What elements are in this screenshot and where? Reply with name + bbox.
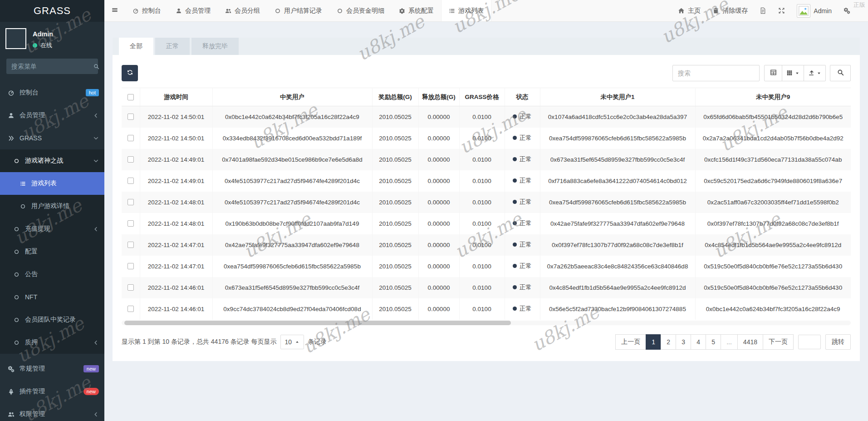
nav-action-主页[interactable]: 主页 (672, 7, 706, 15)
cell-game-time: 2022-11-02 14:47:01 (140, 256, 212, 277)
column-header-GRASS价格[interactable]: GRASS价格 (459, 88, 505, 106)
sidebar-toggle-button[interactable] (104, 0, 125, 21)
sidebar-item-游戏列表[interactable]: 游戏列表 (0, 172, 104, 195)
cell-status: 正常 (505, 192, 540, 213)
genuine-watermark-label: 正版 (853, 1, 865, 9)
page-button-1[interactable]: 1 (646, 334, 661, 350)
column-header-中奖用户[interactable]: 中奖用户 (212, 88, 372, 106)
nav-item-游戏列表[interactable]: 游戏列表 (441, 0, 491, 21)
nav-action-清除缓存[interactable]: 清除缓存 (706, 7, 754, 15)
table-row: 2022-11-02 14:47:010x42ae75fafe9f327775a… (122, 234, 851, 256)
cell-reward-total: 2010.05025 (372, 298, 418, 320)
nav-item-会员资金明细[interactable]: 会员资金明细 (329, 0, 392, 21)
sidebar-item-会员管理[interactable]: 会员管理 (0, 104, 104, 127)
sidebar-item-用户游戏详情[interactable]: 用户游戏详情 (0, 195, 104, 218)
tab-正常[interactable]: 正常 (155, 38, 190, 55)
page-button-下一页[interactable]: 下一页 (763, 334, 794, 350)
game-records-table: 游戏时间中奖用户奖励总额(G)释放总额(G)GRASS价格状态未中奖用户1未中奖… (122, 88, 851, 320)
user-menu[interactable]: Admin (791, 4, 838, 18)
horizontal-scrollbar-thumb[interactable] (124, 321, 511, 325)
column-header-释放总额(G)[interactable]: 释放总额(G) (418, 88, 459, 106)
sidebar-item-GRASS[interactable]: GRASS (0, 127, 104, 149)
row-checkbox[interactable] (128, 114, 134, 120)
status-dot (513, 157, 517, 161)
new-badge: new (83, 388, 99, 395)
sidebar-item-公告[interactable]: 公告 (0, 263, 104, 286)
sidebar-menu: 控制台hot会员管理GRASS游戏诸神之战游戏列表用户游戏详情充值提现配置公告N… (0, 81, 104, 421)
status-dot (513, 114, 517, 119)
sidebar-search-input[interactable] (11, 63, 93, 70)
nav-item-会员管理[interactable]: 会员管理 (168, 0, 218, 21)
nav-item-控制台[interactable]: 控制台 (125, 0, 168, 21)
sidebar-item-NFT[interactable]: NFT (0, 286, 104, 308)
row-checkbox[interactable] (128, 135, 134, 141)
sidebar-item-label: 会员管理 (20, 111, 45, 119)
language-doc-icon[interactable] (754, 7, 772, 14)
row-checkbox[interactable] (128, 284, 134, 291)
refresh-button[interactable] (122, 65, 138, 81)
cell-status: 正常 (505, 106, 540, 128)
page-button-2[interactable]: 2 (661, 334, 676, 350)
column-header-未中奖用户9[interactable]: 未中奖用户9 (695, 88, 851, 106)
caret-down-icon (795, 71, 799, 75)
page-button-4418[interactable]: 4418 (737, 334, 763, 350)
column-header-状态[interactable]: 状态 (505, 88, 540, 106)
table-search-input[interactable] (672, 65, 760, 81)
pagination-info-suffix: 条记录 (308, 338, 327, 346)
circle-icon (11, 158, 22, 164)
cell-loser1-address: 0xea754df599876065cfeb6d615fbc585622a598… (540, 192, 695, 213)
chevron-down-icon (93, 158, 99, 164)
gears-icon (843, 7, 850, 14)
sidebar-item-会员团队中奖记录[interactable]: 会员团队中奖记录 (0, 308, 104, 331)
row-checkbox[interactable] (128, 263, 134, 269)
table-row: 2022-11-02 14:48:010x4fe51053977c217ad27… (122, 192, 851, 213)
row-checkbox[interactable] (128, 242, 134, 248)
nav-item-会员分组[interactable]: 会员分组 (218, 0, 267, 21)
row-checkbox[interactable] (128, 199, 134, 205)
export-button[interactable] (804, 65, 826, 81)
row-checkbox[interactable] (128, 156, 134, 163)
cell-released-total: 0.00000 (418, 213, 459, 234)
circle-icon (17, 203, 28, 209)
nav-item-用户结算记录[interactable]: 用户结算记录 (267, 0, 329, 21)
chevron-left-icon (93, 113, 99, 119)
sidebar-item-权限管理[interactable]: 权限管理 (0, 403, 104, 421)
page-button-5[interactable]: 5 (706, 334, 721, 350)
header-checkbox-cell (122, 88, 140, 106)
row-checkbox[interactable] (128, 220, 134, 227)
fullscreen-icon[interactable] (772, 7, 791, 14)
cell-status: 正常 (505, 277, 540, 298)
sidebar-item-常规管理[interactable]: 常规管理new (0, 357, 104, 380)
paging-toggle-button[interactable] (764, 65, 782, 81)
pagination-info: 显示第 1 到第 10 条记录，总共 44176 条记录 每页显示 10 条记录 (122, 335, 327, 349)
tab-全部[interactable]: 全部 (119, 38, 153, 55)
select-all-checkbox[interactable] (128, 94, 134, 100)
nav-item-系统配置[interactable]: 系统配置 (392, 0, 441, 21)
row-checkbox[interactable] (128, 178, 134, 184)
row-checkbox[interactable] (128, 306, 134, 312)
column-header-未中奖用户1[interactable]: 未中奖用户1 (540, 88, 695, 106)
cell-loser1-address: 0x1074a6ad418cdfc51cc6e2c0c3ab4ea28da5a3… (540, 106, 695, 128)
column-header-游戏时间[interactable]: 游戏时间 (140, 88, 212, 106)
search-button[interactable] (830, 65, 851, 81)
sidebar-item-控制台[interactable]: 控制台hot (0, 81, 104, 104)
cell-winner-address: 0x190b63b0db08be7cf90ff0fdd2107aab9fa7d1… (212, 213, 372, 234)
tab-释放完毕[interactable]: 释放完毕 (191, 38, 239, 55)
cell-status: 正常 (505, 149, 540, 170)
sidebar-item-游戏诸神之战[interactable]: 游戏诸神之战 (0, 149, 104, 172)
hot-badge: hot (86, 89, 99, 96)
page-button-上一页[interactable]: 上一页 (615, 334, 646, 350)
columns-button[interactable] (782, 65, 804, 81)
sidebar-item-配置[interactable]: 配置 (0, 240, 104, 263)
sidebar-item-充值提现[interactable]: 充值提现 (0, 218, 104, 240)
sidebar-item-插件管理[interactable]: 插件管理new (0, 380, 104, 403)
column-header-奖励总额(G)[interactable]: 奖励总额(G) (372, 88, 418, 106)
per-page-select[interactable]: 10 (280, 335, 304, 349)
page-jump-button[interactable]: 跳转 (825, 334, 851, 350)
page-button-3[interactable]: 3 (676, 334, 691, 350)
search-icon[interactable] (93, 64, 99, 69)
page-button-4[interactable]: 4 (691, 334, 706, 350)
gear-icon (399, 8, 405, 14)
page-jump-input[interactable] (798, 335, 821, 349)
sidebar-item-质押[interactable]: 质押 (0, 331, 104, 354)
